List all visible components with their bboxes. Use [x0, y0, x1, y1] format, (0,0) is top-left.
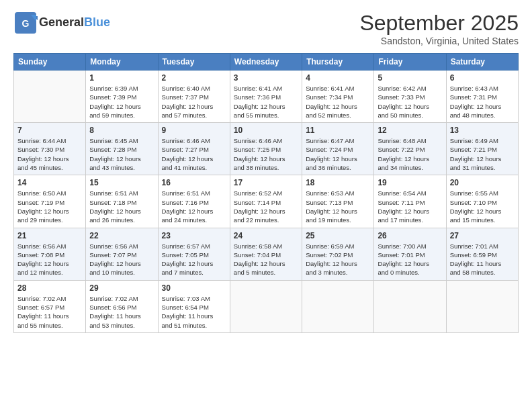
logo-icon: G [13, 11, 38, 35]
day-info-2-1: Sunrise: 6:51 AM Sunset: 7:18 PM Dayligh… [89, 189, 154, 224]
cell-3-5: 26Sunrise: 7:00 AM Sunset: 7:01 PM Dayli… [374, 228, 446, 280]
week-row-1: 7Sunrise: 6:44 AM Sunset: 7:30 PM Daylig… [14, 123, 519, 175]
cell-4-6 [446, 280, 518, 332]
logo-general: General [39, 15, 84, 29]
cell-4-1: 29Sunrise: 7:02 AM Sunset: 6:56 PM Dayli… [86, 280, 158, 332]
day-info-3-0: Sunrise: 6:56 AM Sunset: 7:08 PM Dayligh… [17, 242, 82, 277]
calendar-table: Sunday Monday Tuesday Wednesday Thursday… [13, 53, 519, 333]
cell-0-2: 2Sunrise: 6:40 AM Sunset: 7:37 PM Daylig… [158, 71, 230, 123]
cell-3-1: 22Sunrise: 6:56 AM Sunset: 7:07 PM Dayli… [86, 228, 158, 280]
cell-1-0: 7Sunrise: 6:44 AM Sunset: 7:30 PM Daylig… [14, 123, 86, 175]
cell-0-5: 5Sunrise: 6:42 AM Sunset: 7:33 PM Daylig… [374, 71, 446, 123]
day-info-2-5: Sunrise: 6:54 AM Sunset: 7:11 PM Dayligh… [378, 189, 442, 224]
day-number-2-6: 20 [450, 178, 515, 187]
cell-0-4: 4Sunrise: 6:41 AM Sunset: 7:34 PM Daylig… [302, 71, 374, 123]
day-number-1-5: 12 [378, 126, 442, 135]
day-info-1-0: Sunrise: 6:44 AM Sunset: 7:30 PM Dayligh… [17, 136, 82, 172]
day-number-1-0: 7 [17, 126, 82, 135]
day-number-2-4: 18 [306, 178, 370, 187]
day-info-4-1: Sunrise: 7:02 AM Sunset: 6:56 PM Dayligh… [89, 294, 154, 330]
weekday-header-row: Sunday Monday Tuesday Wednesday Thursday… [14, 54, 519, 71]
day-info-1-4: Sunrise: 6:47 AM Sunset: 7:24 PM Dayligh… [306, 136, 370, 172]
logo: G GeneralBlue [13, 11, 110, 35]
cell-1-3: 10Sunrise: 6:46 AM Sunset: 7:25 PM Dayli… [230, 123, 302, 175]
day-info-0-5: Sunrise: 6:42 AM Sunset: 7:33 PM Dayligh… [378, 84, 442, 120]
cell-0-6: 6Sunrise: 6:43 AM Sunset: 7:31 PM Daylig… [446, 71, 518, 123]
day-info-2-6: Sunrise: 6:55 AM Sunset: 7:10 PM Dayligh… [450, 189, 515, 224]
month-title: September 2025 [359, 11, 519, 36]
cell-3-3: 24Sunrise: 6:58 AM Sunset: 7:04 PM Dayli… [230, 228, 302, 280]
header: G GeneralBlue September 2025 Sandston, V… [13, 11, 519, 46]
cell-0-0 [14, 71, 86, 123]
day-number-1-4: 11 [306, 126, 370, 135]
cell-3-6: 27Sunrise: 7:01 AM Sunset: 6:59 PM Dayli… [446, 228, 518, 280]
svg-text:G: G [22, 18, 30, 29]
th-tuesday: Tuesday [158, 54, 230, 71]
day-info-3-4: Sunrise: 6:59 AM Sunset: 7:02 PM Dayligh… [306, 242, 370, 277]
day-number-3-3: 24 [234, 231, 298, 240]
th-wednesday: Wednesday [230, 54, 302, 71]
cell-2-0: 14Sunrise: 6:50 AM Sunset: 7:19 PM Dayli… [14, 175, 86, 228]
cell-4-4 [302, 280, 374, 332]
cell-1-6: 13Sunrise: 6:49 AM Sunset: 7:21 PM Dayli… [446, 123, 518, 175]
day-info-2-0: Sunrise: 6:50 AM Sunset: 7:19 PM Dayligh… [17, 189, 82, 224]
day-number-2-1: 15 [89, 178, 154, 187]
day-number-0-4: 4 [306, 73, 370, 83]
location-subtitle: Sandston, Virginia, United States [359, 36, 519, 46]
th-friday: Friday [374, 54, 446, 71]
day-number-3-0: 21 [17, 231, 82, 240]
day-info-1-1: Sunrise: 6:45 AM Sunset: 7:28 PM Dayligh… [89, 136, 154, 172]
day-info-3-5: Sunrise: 7:00 AM Sunset: 7:01 PM Dayligh… [378, 242, 442, 277]
day-number-0-1: 1 [89, 73, 154, 83]
day-info-2-3: Sunrise: 6:52 AM Sunset: 7:14 PM Dayligh… [234, 189, 298, 224]
cell-4-0: 28Sunrise: 7:02 AM Sunset: 6:57 PM Dayli… [14, 280, 86, 332]
day-info-0-3: Sunrise: 6:41 AM Sunset: 7:36 PM Dayligh… [234, 84, 298, 120]
cell-3-0: 21Sunrise: 6:56 AM Sunset: 7:08 PM Dayli… [14, 228, 86, 280]
page: G GeneralBlue September 2025 Sandston, V… [0, 0, 532, 411]
cell-4-5 [374, 280, 446, 332]
day-number-3-2: 23 [162, 231, 226, 240]
day-info-3-3: Sunrise: 6:58 AM Sunset: 7:04 PM Dayligh… [234, 242, 298, 277]
cell-4-3 [230, 280, 302, 332]
cell-1-5: 12Sunrise: 6:48 AM Sunset: 7:22 PM Dayli… [374, 123, 446, 175]
th-thursday: Thursday [302, 54, 374, 71]
day-number-3-1: 22 [89, 231, 154, 240]
day-number-4-2: 30 [162, 283, 226, 293]
day-number-2-0: 14 [17, 178, 82, 187]
cell-4-2: 30Sunrise: 7:03 AM Sunset: 6:54 PM Dayli… [158, 280, 230, 332]
day-info-3-6: Sunrise: 7:01 AM Sunset: 6:59 PM Dayligh… [450, 242, 515, 277]
day-number-0-2: 2 [162, 73, 226, 83]
week-row-2: 14Sunrise: 6:50 AM Sunset: 7:19 PM Dayli… [14, 175, 519, 228]
day-number-3-6: 27 [450, 231, 515, 240]
th-saturday: Saturday [446, 54, 518, 71]
week-row-4: 28Sunrise: 7:02 AM Sunset: 6:57 PM Dayli… [14, 280, 519, 332]
day-number-3-5: 26 [378, 231, 442, 240]
day-info-2-4: Sunrise: 6:53 AM Sunset: 7:13 PM Dayligh… [306, 189, 370, 224]
day-number-1-3: 10 [234, 126, 298, 135]
cell-0-1: 1Sunrise: 6:39 AM Sunset: 7:39 PM Daylig… [86, 71, 158, 123]
day-info-1-2: Sunrise: 6:46 AM Sunset: 7:27 PM Dayligh… [162, 136, 226, 172]
day-info-0-1: Sunrise: 6:39 AM Sunset: 7:39 PM Dayligh… [89, 84, 154, 120]
cell-2-2: 16Sunrise: 6:51 AM Sunset: 7:16 PM Dayli… [158, 175, 230, 228]
cell-3-2: 23Sunrise: 6:57 AM Sunset: 7:05 PM Dayli… [158, 228, 230, 280]
week-row-0: 1Sunrise: 6:39 AM Sunset: 7:39 PM Daylig… [14, 71, 519, 123]
cell-1-2: 9Sunrise: 6:46 AM Sunset: 7:27 PM Daylig… [158, 123, 230, 175]
day-number-0-6: 6 [450, 73, 515, 83]
day-info-3-1: Sunrise: 6:56 AM Sunset: 7:07 PM Dayligh… [89, 242, 154, 277]
day-info-4-2: Sunrise: 7:03 AM Sunset: 6:54 PM Dayligh… [162, 294, 226, 330]
cell-0-3: 3Sunrise: 6:41 AM Sunset: 7:36 PM Daylig… [230, 71, 302, 123]
cell-1-1: 8Sunrise: 6:45 AM Sunset: 7:28 PM Daylig… [86, 123, 158, 175]
day-number-0-3: 3 [234, 73, 298, 83]
logo-blue: Blue [84, 15, 110, 29]
day-number-0-5: 5 [378, 73, 442, 83]
title-block: September 2025 Sandston, Virginia, Unite… [359, 11, 519, 46]
day-info-1-6: Sunrise: 6:49 AM Sunset: 7:21 PM Dayligh… [450, 136, 515, 172]
day-number-1-2: 9 [162, 126, 226, 135]
cell-2-3: 17Sunrise: 6:52 AM Sunset: 7:14 PM Dayli… [230, 175, 302, 228]
day-info-0-2: Sunrise: 6:40 AM Sunset: 7:37 PM Dayligh… [162, 84, 226, 120]
th-monday: Monday [86, 54, 158, 71]
week-row-3: 21Sunrise: 6:56 AM Sunset: 7:08 PM Dayli… [14, 228, 519, 280]
cell-2-1: 15Sunrise: 6:51 AM Sunset: 7:18 PM Dayli… [86, 175, 158, 228]
th-sunday: Sunday [14, 54, 86, 71]
day-number-3-4: 25 [306, 231, 370, 240]
